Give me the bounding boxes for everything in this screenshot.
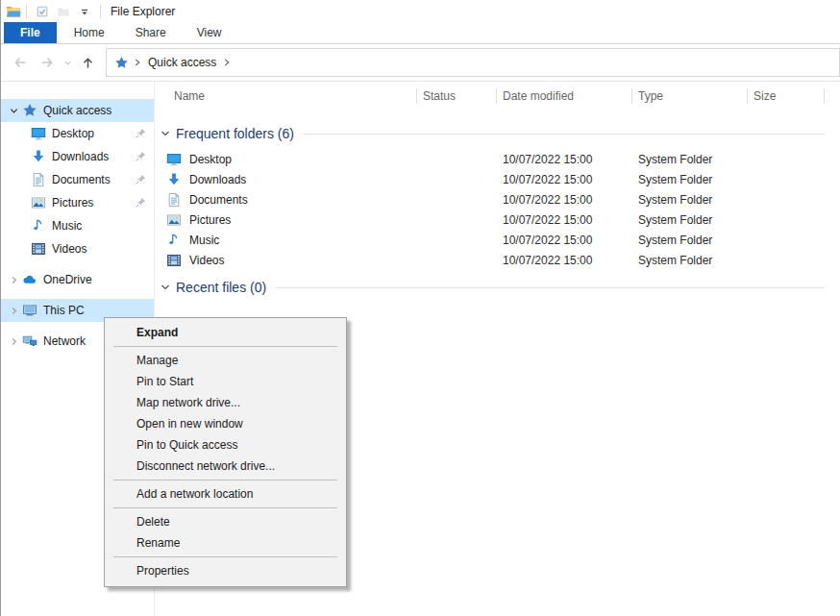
column-header-label: Type <box>638 89 663 103</box>
tab-view[interactable]: View <box>184 22 235 43</box>
column-header-name[interactable]: Name <box>155 82 417 111</box>
onedrive-icon <box>22 272 37 287</box>
window-title: File Explorer <box>111 5 175 18</box>
group-header-recent-files-0[interactable]: Recent files (0) <box>155 278 825 297</box>
sidebar-item-quick-access[interactable]: Quick access <box>1 99 154 122</box>
downloads-icon <box>166 172 182 187</box>
cell-name: Downloads <box>155 172 417 187</box>
group-chevron-down-icon[interactable] <box>160 128 171 139</box>
tab-home[interactable]: Home <box>61 22 118 43</box>
cell-type: System Folder <box>632 254 748 267</box>
menu-item-pin-to-start[interactable]: Pin to Start <box>105 371 346 392</box>
menu-separator <box>113 346 337 347</box>
cell-date-modified: 10/07/2022 15:00 <box>497 213 632 227</box>
pin-icon <box>135 173 147 185</box>
tab-label: Home <box>74 26 105 39</box>
qat-properties-check-button[interactable] <box>32 2 53 21</box>
menu-item-expand[interactable]: Expand <box>105 322 346 343</box>
pictures-icon <box>166 212 182 228</box>
cell-type: System Folder <box>632 173 748 186</box>
file-row-downloads[interactable]: Downloads10/07/2022 15:00System Folder <box>155 169 825 189</box>
file-row-desktop[interactable]: Desktop10/07/2022 15:00System Folder <box>155 149 825 169</box>
desktop-icon <box>31 126 46 141</box>
cell-name: Pictures <box>155 212 417 228</box>
column-header-label: Size <box>754 89 776 103</box>
chevron-right-icon[interactable] <box>7 336 20 347</box>
chevron-down-icon[interactable] <box>7 106 20 116</box>
file-name: Documents <box>189 193 248 207</box>
column-header-date-modified[interactable]: Date modified <box>497 82 632 111</box>
quick-access-star-icon <box>22 103 37 118</box>
back-button[interactable] <box>7 48 34 77</box>
sidebar-item-desktop[interactable]: Desktop <box>1 122 154 145</box>
group-chevron-down-icon[interactable] <box>160 282 171 293</box>
tab-share[interactable]: Share <box>122 22 180 43</box>
documents-icon <box>31 172 46 187</box>
column-headers: NameStatusDate modifiedTypeSize <box>155 82 840 111</box>
menu-separator <box>113 507 337 508</box>
chevron-right-icon[interactable] <box>7 306 20 316</box>
sidebar-item-onedrive[interactable]: OneDrive <box>1 268 154 291</box>
forward-button[interactable] <box>34 48 61 77</box>
up-button[interactable] <box>75 48 101 77</box>
menu-item-pin-to-quick-access[interactable]: Pin to Quick access <box>105 434 346 456</box>
recent-locations-dropdown[interactable] <box>61 48 75 77</box>
group-header-frequent-folders-6[interactable]: Frequent folders (6) <box>155 124 825 143</box>
documents-icon <box>166 192 182 208</box>
group-label: Recent files (0) <box>176 280 266 295</box>
address-bar[interactable]: Quick access <box>106 48 840 77</box>
explorer-folder-icon <box>6 4 21 19</box>
menu-item-disconnect-network-drive[interactable]: Disconnect network drive... <box>105 456 346 477</box>
sidebar-item-music[interactable]: Music <box>1 214 154 237</box>
group-divider-line <box>276 287 825 288</box>
pictures-icon <box>31 195 46 210</box>
cell-name: Desktop <box>155 152 417 167</box>
file-row-pictures[interactable]: Pictures10/07/2022 15:00System Folder <box>155 209 825 230</box>
sidebar-item-videos[interactable]: Videos <box>1 237 154 260</box>
cell-date-modified: 10/07/2022 15:00 <box>497 234 632 247</box>
titlebar: File Explorer <box>1 0 840 22</box>
menu-item-map-network-drive[interactable]: Map network drive... <box>105 392 346 413</box>
cell-name: Documents <box>155 192 417 208</box>
menu-item-properties[interactable]: Properties <box>105 560 346 581</box>
menu-item-rename[interactable]: Rename <box>105 532 346 554</box>
sidebar-item-label: Network <box>43 334 86 348</box>
tab-label: View <box>197 26 222 39</box>
column-header-label: Date modified <box>503 89 574 103</box>
breadcrumb-chevron-icon[interactable] <box>222 58 232 67</box>
music-icon <box>166 233 182 248</box>
context-menu: ExpandManagePin to StartMap network driv… <box>104 317 347 587</box>
cell-date-modified: 10/07/2022 15:00 <box>497 153 632 166</box>
column-header-size[interactable]: Size <box>748 82 825 111</box>
chevron-right-icon[interactable] <box>7 275 20 285</box>
menu-separator <box>113 556 337 557</box>
column-header-status[interactable]: Status <box>417 82 497 111</box>
menu-item-delete[interactable]: Delete <box>105 511 346 532</box>
sidebar-item-downloads[interactable]: Downloads <box>1 145 154 168</box>
file-row-videos[interactable]: Videos10/07/2022 15:00System Folder <box>155 250 825 270</box>
sidebar-item-label: Documents <box>52 173 111 186</box>
menu-item-add-a-network-location[interactable]: Add a network location <box>105 483 346 505</box>
cell-type: System Folder <box>632 193 748 207</box>
new-folder-icon <box>57 5 70 18</box>
navigation-bar: Quick access <box>1 44 840 82</box>
menu-item-open-in-new-window[interactable]: Open in new window <box>105 413 346 434</box>
titlebar-separator <box>26 5 27 18</box>
qat-qat-dropdown-button[interactable] <box>74 2 95 21</box>
sidebar-item-documents[interactable]: Documents <box>1 168 154 191</box>
sidebar-item-pictures[interactable]: Pictures <box>1 191 154 214</box>
column-header-type[interactable]: Type <box>632 82 748 111</box>
breadcrumb-quick-access[interactable]: Quick access <box>148 56 216 69</box>
quick-access-star-icon <box>114 56 129 70</box>
breadcrumb-chevron-icon[interactable] <box>133 58 142 67</box>
file-name: Downloads <box>189 173 246 186</box>
file-row-music[interactable]: Music10/07/2022 15:00System Folder <box>155 230 825 250</box>
file-row-documents[interactable]: Documents10/07/2022 15:00System Folder <box>155 189 825 209</box>
network-icon <box>22 333 37 349</box>
file-name: Desktop <box>189 153 232 166</box>
qat-new-folder-button[interactable] <box>53 2 74 21</box>
file-name: Videos <box>189 254 224 267</box>
menu-item-manage[interactable]: Manage <box>105 350 346 371</box>
cell-name: Music <box>155 233 417 248</box>
tab-file[interactable]: File <box>4 22 57 43</box>
